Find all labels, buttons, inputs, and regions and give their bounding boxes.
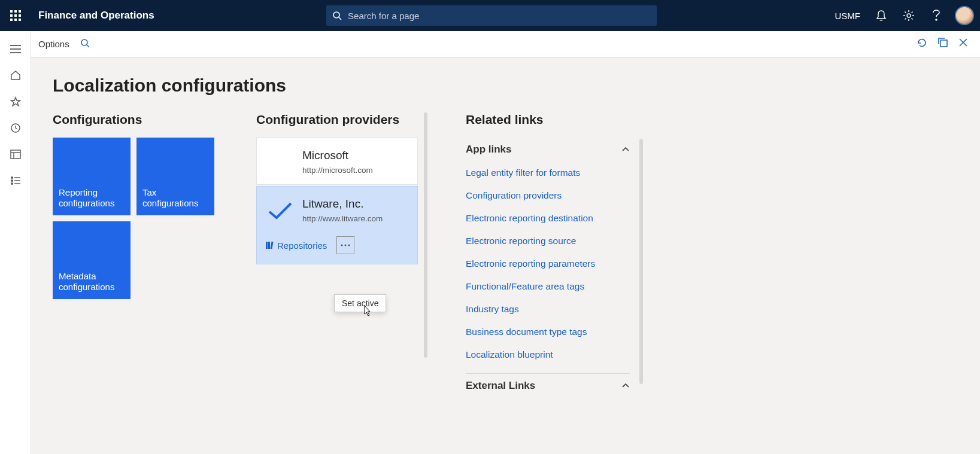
flyout-label: Set active [342, 298, 378, 308]
search-box[interactable] [326, 5, 657, 26]
svg-rect-0 [10, 10, 13, 13]
link-item[interactable]: Electronic reporting source [466, 230, 630, 252]
section-configurations: Configurations [53, 112, 220, 127]
flyout-set-active[interactable]: Set active [334, 294, 386, 312]
svg-point-24 [11, 183, 13, 185]
more-actions-button[interactable] [336, 236, 354, 254]
svg-rect-33 [270, 242, 273, 249]
provider-url: http://microsoft.com [302, 166, 373, 175]
svg-rect-7 [14, 19, 17, 21]
section-related-links: Related links [466, 112, 630, 127]
command-bar: Options [31, 31, 980, 57]
scrollbar[interactable] [639, 139, 643, 384]
tile-label: Metadata configurations [59, 271, 125, 294]
repositories-label: Repositories [277, 240, 327, 251]
link-item[interactable]: Localization blueprint [466, 343, 630, 366]
svg-rect-3 [10, 14, 13, 17]
svg-rect-28 [940, 40, 947, 47]
svg-rect-17 [11, 150, 20, 159]
svg-point-35 [345, 245, 347, 246]
gear-icon[interactable] [896, 0, 921, 31]
link-item[interactable]: Legal entity filter for formats [466, 162, 630, 184]
workspaces-icon[interactable] [0, 141, 31, 167]
tile-label: Tax configurations [142, 187, 208, 210]
scrollbar[interactable] [424, 112, 427, 358]
svg-line-10 [339, 17, 341, 20]
group-label: App links [466, 144, 512, 156]
svg-point-11 [907, 14, 911, 17]
recent-icon[interactable] [0, 115, 31, 141]
page-title: Localization configurations [53, 75, 958, 96]
tile-tax-configurations[interactable]: Tax configurations [136, 138, 214, 215]
provider-card[interactable]: Microsoft http://microsoft.com [256, 138, 418, 185]
svg-rect-5 [19, 14, 21, 17]
popout-icon[interactable] [938, 38, 948, 51]
left-nav-rail [0, 31, 31, 454]
section-providers: Configuration providers [256, 112, 414, 127]
svg-point-36 [348, 245, 350, 246]
svg-point-12 [936, 19, 937, 20]
link-item[interactable]: Industry tags [466, 298, 630, 321]
tile-reporting-configurations[interactable]: Reporting configurations [53, 138, 131, 215]
provider-name: Microsoft [302, 149, 373, 162]
svg-point-22 [11, 180, 13, 182]
options-button[interactable]: Options [38, 39, 69, 49]
svg-point-34 [341, 245, 343, 246]
svg-point-20 [11, 177, 13, 179]
tile-label: Reporting configurations [59, 187, 125, 210]
cmd-search-icon[interactable] [80, 38, 90, 50]
home-icon[interactable] [0, 62, 31, 89]
provider-card-active[interactable]: Litware, Inc. http://www.litware.com Rep… [256, 186, 418, 264]
favorites-icon[interactable] [0, 89, 31, 115]
repositories-icon [265, 241, 274, 249]
provider-name: Litware, Inc. [302, 197, 383, 211]
avatar[interactable] [955, 6, 974, 25]
link-item[interactable]: Configuration providers [466, 184, 630, 207]
modules-icon[interactable] [0, 167, 31, 194]
svg-rect-32 [268, 242, 270, 249]
svg-rect-6 [10, 19, 13, 21]
group-label: External Links [466, 380, 535, 392]
link-item[interactable]: Functional/Feature area tags [466, 275, 630, 298]
refresh-icon[interactable] [917, 38, 927, 51]
svg-rect-2 [19, 10, 21, 13]
svg-rect-1 [14, 10, 17, 13]
checkmark-icon [265, 197, 295, 221]
help-icon[interactable] [924, 0, 949, 31]
repositories-link[interactable]: Repositories [265, 240, 327, 251]
notifications-icon[interactable] [869, 0, 894, 31]
provider-url: http://www.litware.com [302, 214, 383, 223]
tile-metadata-configurations[interactable]: Metadata configurations [53, 221, 131, 299]
chevron-up-icon [621, 144, 630, 156]
svg-point-26 [81, 39, 87, 45]
group-app-links[interactable]: App links [466, 138, 630, 162]
app-title: Finance and Operations [31, 10, 154, 22]
app-launcher-icon[interactable] [0, 0, 31, 31]
close-icon[interactable] [958, 38, 968, 51]
search-input[interactable] [348, 11, 651, 21]
svg-point-9 [333, 12, 339, 18]
svg-rect-8 [19, 19, 21, 21]
group-external-links[interactable]: External Links [466, 373, 630, 398]
link-item[interactable]: Business document type tags [466, 321, 630, 343]
company-picker[interactable]: USMF [829, 11, 867, 21]
link-item[interactable]: Electronic reporting parameters [466, 252, 630, 275]
hamburger-icon[interactable] [0, 36, 31, 62]
svg-rect-31 [266, 242, 268, 249]
svg-line-27 [87, 45, 89, 47]
chevron-up-icon [621, 380, 630, 392]
svg-rect-4 [14, 14, 17, 17]
search-icon [332, 11, 342, 20]
top-banner: Finance and Operations USMF [0, 0, 980, 31]
link-item[interactable]: Electronic reporting destination [466, 207, 630, 230]
top-right-tools: USMF [829, 0, 981, 31]
